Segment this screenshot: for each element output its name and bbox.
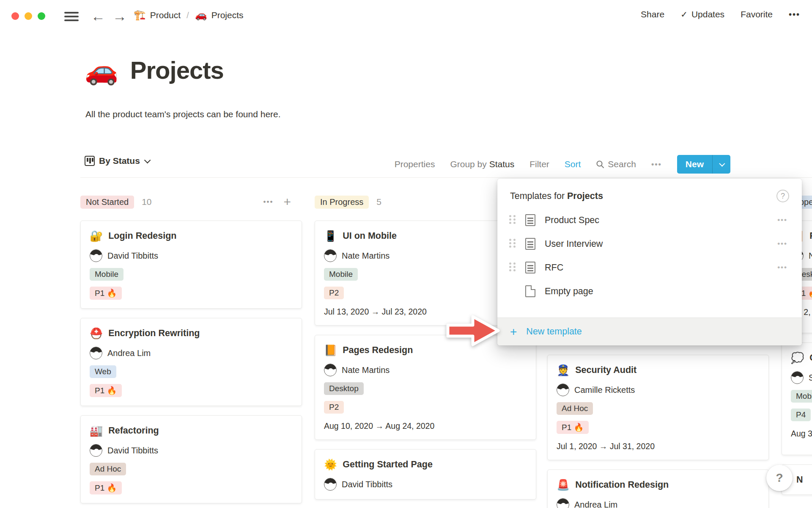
new-dropdown-caret[interactable] — [713, 155, 730, 174]
page-icon[interactable]: 🚗 — [85, 57, 118, 84]
card-partial-2[interactable]: 💭 C S Mobile P4 Aug 3, 2020 — [782, 342, 812, 455]
card-refactoring[interactable]: 🏭 Refactoring David Tibbitts Ad Hoc P1 🔥 — [80, 415, 302, 503]
avatar — [324, 364, 337, 376]
toolbar-more-icon[interactable]: ••• — [651, 160, 662, 169]
column-count: 5 — [376, 197, 381, 207]
document-icon — [525, 262, 535, 273]
properties-button[interactable]: Properties — [395, 159, 435, 169]
column-not-started: Not Started 10 ••• + 🔐 Login Redesign Da… — [80, 194, 302, 503]
more-options-icon[interactable]: ••• — [789, 10, 800, 19]
assignee-name: David Tibbitts — [107, 251, 158, 261]
platform-tag: Mobile — [791, 390, 812, 403]
avatar — [791, 371, 804, 384]
blank-page-icon — [525, 285, 535, 297]
sun-emoji-icon: 🌞 — [324, 459, 337, 470]
drag-handle-icon[interactable] — [509, 239, 517, 249]
card-encryption-rewriting[interactable]: ⛑️ Encryption Rewriting Andrea Lim Web P… — [80, 318, 302, 406]
assignee-name: Nate Martins — [342, 251, 390, 261]
column-status-badge[interactable]: Not Started — [80, 196, 134, 209]
priority-tag: P2 — [324, 401, 344, 414]
back-arrow-icon[interactable]: ← — [91, 8, 105, 25]
template-item-empty-page[interactable]: Empty page — [497, 279, 802, 303]
forward-arrow-icon[interactable]: → — [112, 8, 127, 25]
column-three: 👮 Security Audit Camille Ricketts Ad Hoc… — [547, 355, 769, 508]
mobile-phone-emoji-icon: 📱 — [324, 231, 337, 241]
priority-tag: P1 🔥 — [90, 384, 122, 397]
favorite-button[interactable]: Favorite — [741, 9, 773, 19]
breadcrumb: 🏗️ Product / 🚗 Projects — [134, 9, 243, 21]
platform-tag: Web — [90, 365, 116, 378]
assignee-name: Nate Martins — [342, 365, 390, 375]
drag-handle-icon[interactable] — [509, 262, 517, 273]
search-button[interactable]: Search — [596, 159, 636, 169]
breadcrumb-product-icon: 🏗️ — [134, 9, 146, 21]
card-login-redesign[interactable]: 🔐 Login Redesign David Tibbitts Mobile P… — [80, 221, 302, 309]
priority-tag: P2 — [324, 287, 344, 299]
assignee-name: Andrea Lim — [107, 348, 151, 358]
view-switcher[interactable]: By Status — [85, 156, 149, 166]
avatar — [90, 249, 102, 262]
filter-button[interactable]: Filter — [529, 159, 549, 169]
assignee-name: S — [809, 373, 812, 383]
lock-emoji-icon: 🔐 — [90, 231, 103, 241]
priority-tag: P1 🔥 — [90, 287, 122, 300]
police-officer-emoji-icon: 👮 — [557, 365, 570, 375]
new-template-button[interactable]: + New template — [497, 318, 802, 345]
updates-button[interactable]: ✓ Updates — [680, 9, 724, 19]
popup-help-icon[interactable]: ? — [776, 190, 789, 202]
share-button[interactable]: Share — [641, 9, 664, 19]
column-status-badge[interactable]: In Progress — [315, 196, 369, 209]
platform-tag: Mobile — [90, 268, 123, 281]
popup-title: Templates for Projects — [510, 191, 603, 202]
drag-handle-icon[interactable] — [509, 215, 517, 225]
page-description: All the product team's projects can be f… — [85, 109, 281, 119]
priority-tag: P1 🔥 — [90, 481, 122, 494]
priority-tag: P4 — [791, 409, 811, 421]
view-toolbar: By Status Properties Group by Status Fil… — [0, 151, 812, 178]
plus-icon: + — [510, 325, 517, 339]
platform-tag: Ad Hoc — [90, 463, 126, 475]
assignee-name: Andrea Lim — [574, 500, 617, 508]
help-button[interactable]: ? — [766, 465, 793, 491]
group-by-button[interactable]: Group by Status — [450, 159, 514, 169]
hamburger-menu-icon[interactable] — [64, 12, 79, 21]
assignee-name: Camille Ricketts — [574, 385, 635, 395]
templates-popup: Templates for Projects ? Product Spec ••… — [497, 179, 802, 345]
column-add-icon[interactable]: + — [283, 198, 291, 206]
template-more-icon[interactable]: ••• — [777, 240, 787, 248]
platform-tag: Mobile — [324, 268, 358, 281]
priority-tag: P1 🔥 — [557, 421, 589, 434]
column-count: 10 — [142, 197, 151, 207]
date-range: Aug 10, 2020 → Aug 24, 2020 — [324, 421, 527, 431]
sort-button[interactable]: Sort — [565, 159, 581, 169]
orange-book-emoji-icon: 📙 — [324, 345, 337, 356]
template-more-icon[interactable]: ••• — [777, 216, 787, 224]
annotation-arrow-icon — [445, 312, 502, 349]
avatar — [557, 498, 569, 508]
platform-tag: Ad Hoc — [557, 402, 593, 415]
chevron-down-icon — [144, 157, 151, 163]
template-item-rfc[interactable]: RFC ••• — [497, 256, 802, 279]
template-item-product-spec[interactable]: Product Spec ••• — [497, 208, 802, 232]
traffic-light-minimize[interactable] — [25, 12, 32, 20]
helmet-emoji-icon: ⛑️ — [90, 328, 103, 339]
window-titlebar: ← → 🏗️ Product / 🚗 Projects Share ✓ Upda… — [0, 0, 812, 33]
assignee-name: David Tibbitts — [342, 480, 392, 489]
card-getting-started-page[interactable]: 🌞 Getting Started Page David Tibbitts — [315, 449, 536, 500]
breadcrumb-product[interactable]: Product — [150, 10, 181, 20]
avatar — [557, 384, 569, 396]
check-icon: ✓ — [680, 9, 688, 19]
column-more-icon[interactable]: ••• — [263, 198, 274, 206]
document-icon — [525, 214, 535, 226]
template-more-icon[interactable]: ••• — [777, 263, 787, 272]
new-button[interactable]: New — [677, 155, 730, 174]
assignee-name: David Tibbitts — [107, 446, 158, 456]
breadcrumb-projects[interactable]: Projects — [211, 10, 244, 20]
platform-tag: Desktop — [324, 382, 364, 395]
card-pages-redesign[interactable]: 📙 Pages Redesign Nate Martins Desktop P2… — [315, 335, 536, 440]
card-notification-redesign[interactable]: 🚨 Notification Redesign Andrea Lim — [547, 469, 769, 508]
template-item-user-interview[interactable]: User Interview ••• — [497, 232, 802, 256]
card-security-audit[interactable]: 👮 Security Audit Camille Ricketts Ad Hoc… — [547, 355, 769, 460]
traffic-light-close[interactable] — [11, 12, 19, 20]
traffic-light-maximize[interactable] — [38, 12, 45, 20]
